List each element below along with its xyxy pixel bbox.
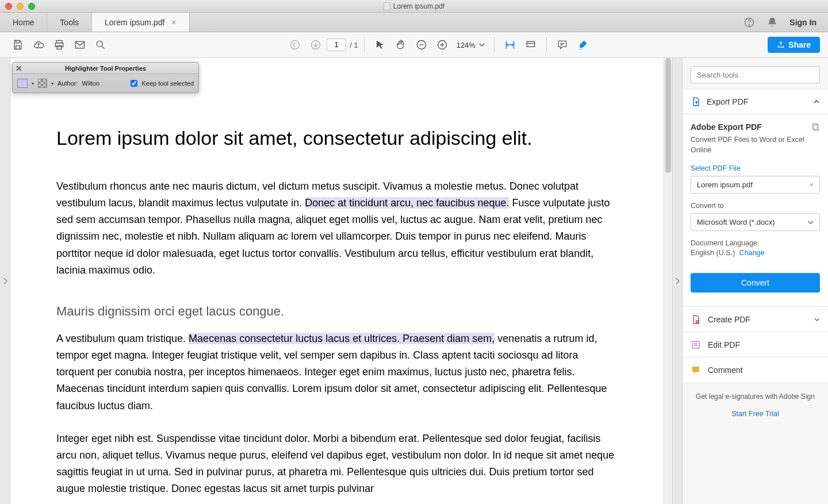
properties-titlebar[interactable]: ✕ Highlighter Tool Properties xyxy=(13,63,198,74)
zoom-value: 124% xyxy=(457,41,476,49)
sticky-note-button[interactable] xyxy=(553,35,572,55)
pdf-file-icon xyxy=(384,2,390,10)
doc-heading-2: Mauris dignissim orci eget lacus congue. xyxy=(56,304,618,319)
change-language-link[interactable]: Change xyxy=(739,249,765,257)
highlighter-properties-panel[interactable]: ✕ Highlighter Tool Properties ▾ ▾ Author… xyxy=(12,62,199,93)
color-dropdown-icon[interactable]: ▾ xyxy=(32,81,34,86)
keep-tool-selected-checkbox[interactable] xyxy=(131,80,137,87)
tab-bar: Home Tools Lorem ipsum.pdf × Sign In xyxy=(0,13,828,32)
right-panel-toggle[interactable] xyxy=(672,58,683,504)
pdf-page: Lorem ipsum dolor sit amet, consectetur … xyxy=(10,58,664,504)
svg-point-6 xyxy=(97,41,102,47)
window-title-text: Lorem ipsum.pdf xyxy=(393,2,444,10)
tools-panel: Export PDF Adobe Export PDF Convert PDF … xyxy=(683,58,828,504)
doc-paragraph-1: Vestibulum rhoncus ante nec mauris dictu… xyxy=(56,178,618,279)
export-pdf-section-header[interactable]: Export PDF xyxy=(683,89,828,114)
selected-file-name: Lorem ipsum.pdf xyxy=(697,180,753,189)
promo-text: Get legal e-signatures with Adobe Sign xyxy=(683,383,828,405)
sign-in-link[interactable]: Sign In xyxy=(789,18,816,27)
tab-home-label: Home xyxy=(13,18,34,27)
doc-paragraph-2: A vestibulum quam tristique. Maecenas co… xyxy=(56,330,618,414)
find-button[interactable] xyxy=(91,35,110,55)
help-icon[interactable] xyxy=(743,17,755,28)
tab-tools[interactable]: Tools xyxy=(47,13,92,32)
cloud-upload-button[interactable] xyxy=(29,35,48,55)
maximize-window-button[interactable] xyxy=(28,3,35,10)
clear-file-icon[interactable]: × xyxy=(809,180,814,189)
start-trial-link[interactable]: Start Free Trial xyxy=(683,405,828,422)
select-file-label: Select PDF File xyxy=(691,164,820,172)
share-button[interactable]: Share xyxy=(768,37,820,53)
close-window-button[interactable] xyxy=(5,3,12,10)
doc-paragraph-3: Integer eget nibh est. Suspendisse vitae… xyxy=(56,430,618,498)
adobe-export-title: Adobe Export PDF xyxy=(691,122,762,132)
document-viewport[interactable]: ✕ Highlighter Tool Properties ▾ ▾ Author… xyxy=(10,58,664,504)
tab-document-label: Lorem ipsum.pdf xyxy=(105,18,164,27)
comment-row[interactable]: Comment xyxy=(683,357,828,383)
window-title: Lorem ipsum.pdf xyxy=(384,2,444,10)
chevron-right-icon xyxy=(675,278,680,284)
page-total-label: / 1 xyxy=(350,41,358,49)
notifications-icon[interactable] xyxy=(766,17,778,28)
comment-label: Comment xyxy=(708,366,820,375)
window-controls xyxy=(5,3,35,10)
svg-rect-11 xyxy=(527,41,534,47)
close-tab-icon[interactable]: × xyxy=(171,18,176,27)
close-properties-icon[interactable]: ✕ xyxy=(16,64,22,73)
highlight-tool-button[interactable] xyxy=(573,35,593,55)
chevron-up-icon xyxy=(813,98,820,105)
highlight-color-swatch[interactable] xyxy=(17,79,28,88)
left-panel-toggle[interactable] xyxy=(0,58,10,504)
opacity-icon[interactable] xyxy=(38,79,47,88)
author-label: Author: xyxy=(57,80,78,87)
svg-rect-15 xyxy=(692,341,699,348)
export-subtitle: Convert PDF Files to Word or Excel Onlin… xyxy=(691,135,820,155)
opacity-dropdown-icon[interactable]: ▾ xyxy=(51,81,53,86)
page-number-input[interactable] xyxy=(327,39,346,51)
convert-format-dropdown[interactable]: Microsoft Word (*.docx) xyxy=(691,213,820,231)
minimize-window-button[interactable] xyxy=(17,3,24,10)
vertical-scrollbar[interactable] xyxy=(664,58,672,504)
edit-pdf-icon xyxy=(691,340,701,350)
doc-language-label: Document Language: xyxy=(691,239,820,247)
save-button[interactable] xyxy=(8,35,28,55)
next-page-button[interactable] xyxy=(306,35,325,55)
export-pdf-label: Export PDF xyxy=(707,97,807,106)
share-label: Share xyxy=(788,40,811,49)
page-display-button[interactable] xyxy=(521,35,540,55)
export-pdf-body: Adobe Export PDF Convert PDF Files to Wo… xyxy=(683,114,828,307)
svg-rect-4 xyxy=(57,46,62,49)
tab-home[interactable]: Home xyxy=(0,13,47,32)
scroll-thumb[interactable] xyxy=(665,58,671,173)
prev-page-button[interactable] xyxy=(285,35,305,55)
convert-button[interactable]: Convert xyxy=(691,273,820,293)
email-button[interactable] xyxy=(70,35,90,55)
convert-format-value: Microsoft Word (*.docx) xyxy=(697,218,775,226)
author-value: Wilton xyxy=(82,80,99,87)
toolbar: / 1 124% Share xyxy=(0,32,828,58)
svg-point-7 xyxy=(291,41,300,49)
selection-tool-button[interactable] xyxy=(370,35,390,55)
properties-title: Highlighter Tool Properties xyxy=(65,65,146,72)
chevron-down-icon xyxy=(814,317,820,322)
highlighted-text[interactable]: Donec at tincidunt arcu, nec faucibus ne… xyxy=(305,197,509,209)
edit-pdf-row[interactable]: Edit PDF xyxy=(683,332,828,357)
convert-to-label: Convert to xyxy=(691,202,820,210)
zoom-dropdown[interactable]: 124% xyxy=(453,39,488,51)
zoom-out-button[interactable] xyxy=(412,35,431,55)
hand-tool-button[interactable] xyxy=(391,35,411,55)
text-run: Fusce vulputate justo sed sem accumsan t… xyxy=(56,197,610,276)
create-pdf-row[interactable]: Create PDF xyxy=(683,307,828,332)
selected-file-box: Lorem ipsum.pdf × xyxy=(691,176,820,194)
zoom-in-button[interactable] xyxy=(432,35,452,55)
tab-tools-label: Tools xyxy=(60,18,79,27)
fit-width-button[interactable] xyxy=(500,35,520,55)
edit-pdf-label: Edit PDF xyxy=(708,340,820,349)
tab-document[interactable]: Lorem ipsum.pdf × xyxy=(92,13,189,32)
search-tools-input[interactable] xyxy=(691,66,820,83)
highlighted-text[interactable]: Maecenas consectetur luctus lacus et ult… xyxy=(189,333,494,344)
svg-point-1 xyxy=(749,24,750,25)
print-button[interactable] xyxy=(49,35,69,55)
pages-icon[interactable] xyxy=(811,122,820,132)
text-run: A vestibulum quam tristique. xyxy=(56,333,189,344)
